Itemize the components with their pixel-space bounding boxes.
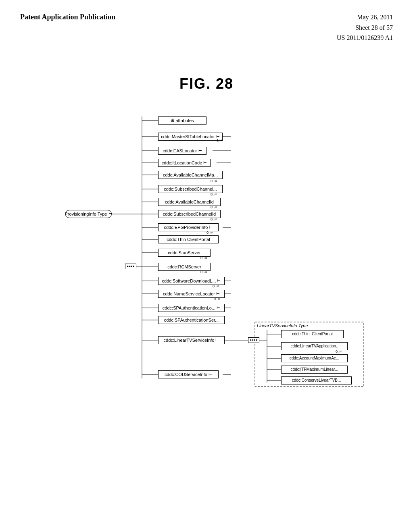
lt-thinClient-node: cddc:Thin_ClientPortal (281, 330, 344, 338)
spAuthLo-node: cddc:SPAuthenticationLo... ⊢ (158, 304, 225, 312)
spAuthSer-node: cddc:SPAuthenticationSer... (158, 316, 225, 324)
stunServer-node: cddc:StunServer (158, 249, 211, 257)
epgProvider-suffix: 0..∞ (206, 231, 213, 235)
rcmServer-suffix: 0..∞ (200, 270, 207, 274)
attributes-label: attributes (175, 118, 194, 123)
patent-info: May 26, 2011 Sheet 28 of 57 US 2011/0126… (337, 12, 393, 43)
attributes-node: ⊞ attributes (158, 116, 206, 125)
nameService-node: cddc:NameServiceLocator ⊢ (158, 290, 225, 298)
thinClientPortal-node: cddc:Thin ClientPortal (158, 235, 219, 243)
linearTV-type-label: LinearTVServiceInfo Type (257, 323, 308, 328)
stunServer-suffix: 0..∞ (200, 256, 207, 260)
codService-node: cddc:CODServiceInfo ⊢ (158, 370, 219, 378)
availChannelId-node: cddc:AvailableChannelId (158, 198, 221, 206)
softwareDownload-suffix: 0..∞ (213, 284, 219, 288)
linearTV-expand-dots[interactable]: ●●●● (248, 337, 259, 343)
page-header: Patent Application Publication May 26, 2… (0, 0, 413, 43)
availChannelMa-node: cddc:AvailableChannelMa... (158, 171, 223, 179)
lt-linearTVApp-suffix: 0..∞ (336, 349, 342, 353)
figure-title: FIG. 28 (0, 75, 413, 92)
eas-node: cddc:EASLocator ⊢ (158, 147, 206, 155)
diagram-container: ProvisioningInfo Type ⊢ ⊞ attributes cdd… (25, 108, 388, 411)
subscribedChannel-node: cddc:SubscribedChannel... (158, 185, 223, 193)
itLocation-node: cddc:ItLocationCode ⊢ (158, 159, 211, 167)
epgProvider-node: cddc:EPGProviderInfo ⊢ (158, 223, 219, 231)
lt-linearTVApp-node: cddc:LinearTVApplication.. (281, 342, 348, 350)
masterSI-node: cddc:MasterSITableLocator ⊢ (158, 133, 223, 141)
softwareDownload-node: cddc:SoftwareDownloadL... ⊢ (158, 277, 225, 285)
root-node: ProvisioningInfo Type ⊢ (65, 210, 112, 218)
subscribedChannel-suffix: 0..∞ (211, 192, 217, 196)
availChannelId-suffix: 0..∞ (211, 205, 217, 209)
nameService-suffix: 0..∞ (214, 297, 220, 301)
subscribedChannelId-node: cddc:SubscribedChannelId (158, 210, 221, 218)
lt-conserve-node: cddc:ConserveLivearTVB... (281, 376, 352, 384)
lt-itfMax-node: cddc:ITFMaximumLinear... (281, 366, 348, 374)
availChannelMa-suffix: 0..∞ (211, 179, 217, 183)
expand-dots[interactable]: ●●●● (125, 264, 136, 269)
lt-accountMax-node: cddc:AccountMaximumAc... (281, 354, 348, 362)
publication-label: Patent Application Publication (20, 12, 115, 22)
rcmServer-node: cddc:RCMServer (158, 263, 211, 271)
masterSI-suffix: 1..∞ (217, 138, 223, 142)
linearTV-node: cddc:LinearTVServiceInfo ⊢ (158, 336, 225, 344)
subscribedChannelId-suffix: 0..∞ (211, 217, 217, 221)
